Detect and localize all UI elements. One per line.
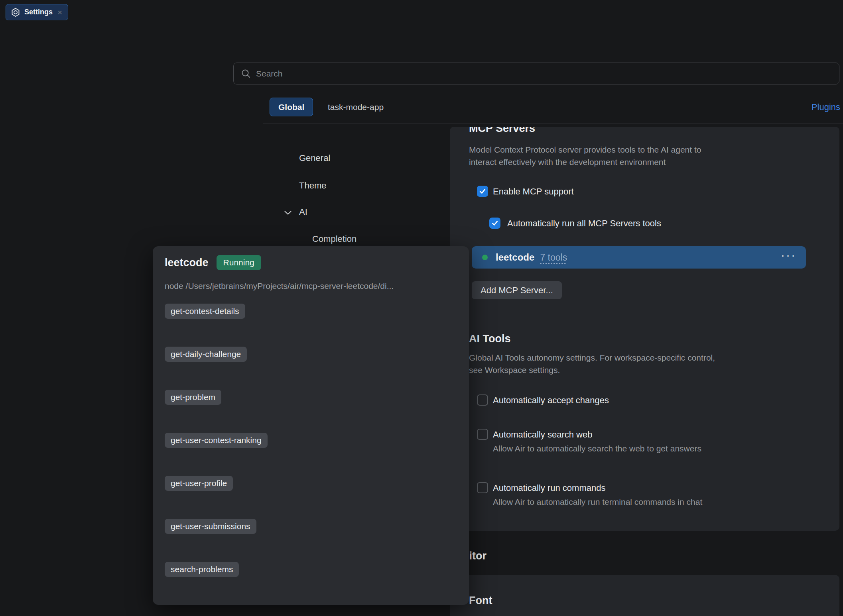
add-mcp-server-button[interactable]: Add MCP Server...	[472, 281, 562, 299]
tab-workspace-label: task-mode-app	[328, 102, 384, 112]
auto-search-web-label[interactable]: Automatically search web	[493, 430, 592, 440]
close-icon[interactable]: ×	[57, 8, 62, 16]
auto-search-web-checkbox[interactable]	[477, 429, 488, 440]
tool-chip: search-problems	[165, 562, 239, 577]
ai-tools-desc-line2: see Workspace settings.	[469, 364, 560, 376]
plugins-link[interactable]: Plugins	[811, 98, 840, 116]
search-icon	[241, 69, 251, 79]
enable-mcp-checkbox[interactable]	[477, 186, 488, 197]
tool-chip: get-daily-challenge	[165, 347, 247, 362]
auto-run-commands-desc: Allow Air to automatically run terminal …	[493, 497, 702, 507]
mcp-desc-line1: Model Context Protocol server provides t…	[469, 143, 701, 156]
server-tools-link[interactable]: 7 tools	[540, 252, 567, 263]
mcp-ai-settings-panel: MCP Servers Model Context Protocol serve…	[450, 127, 839, 531]
sidebar-item-ai[interactable]: AI	[299, 207, 307, 217]
tab-global-label: Global	[278, 102, 304, 112]
auto-search-web-desc: Allow Air to automatically search the we…	[493, 444, 701, 453]
auto-run-mcp-checkbox[interactable]	[489, 218, 500, 229]
tab-workspace[interactable]: task-mode-app	[328, 98, 384, 116]
auto-run-commands-label[interactable]: Automatically run commands	[493, 483, 605, 493]
more-options-icon[interactable]: ···	[781, 249, 796, 261]
mcp-server-tools-popup: leetcode Running node /Users/jetbrains/m…	[153, 246, 469, 605]
server-command-path: node /Users/jetbrains/myProjects/air/mcp…	[165, 281, 394, 291]
header-divider	[263, 124, 843, 124]
mcp-desc-line2: interact effectively with the developmen…	[469, 156, 666, 168]
settings-screen: { "window": { "tab_title": "Settings" },…	[0, 0, 843, 616]
tool-chip: get-contest-details	[165, 304, 245, 319]
settings-tab-title: Settings	[24, 8, 53, 16]
ai-tools-heading: AI Tools	[469, 332, 511, 346]
tool-chip: get-user-contest-ranking	[165, 433, 268, 448]
mcp-servers-heading: MCP Servers	[469, 127, 535, 135]
sidebar-item-theme[interactable]: Theme	[299, 180, 326, 191]
font-settings-panel: Font	[450, 575, 839, 616]
popup-server-name: leetcode	[165, 257, 209, 269]
enable-mcp-label[interactable]: Enable MCP support	[493, 186, 574, 197]
check-icon	[491, 219, 499, 227]
auto-run-commands-checkbox[interactable]	[477, 482, 488, 493]
tool-chip: get-user-submissions	[165, 519, 256, 534]
search-placeholder: Search	[256, 69, 283, 78]
plugins-link-label: Plugins	[811, 102, 840, 112]
chevron-down-icon[interactable]	[284, 210, 292, 215]
tab-global[interactable]: Global	[270, 98, 313, 116]
ai-tools-desc-line1: Global AI Tools autonomy settings. For w…	[469, 351, 715, 364]
sidebar-item-completion[interactable]: Completion	[312, 234, 357, 244]
auto-run-mcp-label[interactable]: Automatically run all MCP Servers tools	[507, 218, 661, 229]
server-tools-list: get-contest-details get-daily-challenge …	[165, 304, 268, 577]
tool-chip: get-user-profile	[165, 476, 233, 491]
search-input[interactable]: Search	[233, 63, 839, 84]
settings-gear-icon	[11, 8, 20, 17]
auto-accept-changes-label[interactable]: Automatically accept changes	[493, 395, 609, 406]
server-running-badge: Running	[217, 255, 261, 270]
mcp-server-row-leetcode[interactable]: leetcode 7 tools ···	[472, 246, 806, 269]
sidebar-item-general[interactable]: General	[299, 153, 330, 163]
font-heading: Font	[469, 593, 492, 608]
tool-chip: get-problem	[165, 390, 221, 405]
auto-accept-changes-checkbox[interactable]	[477, 394, 488, 406]
check-icon	[479, 187, 486, 195]
server-status-dot	[482, 255, 488, 260]
server-name: leetcode	[496, 252, 534, 263]
settings-window-tab[interactable]: Settings ×	[6, 4, 68, 20]
